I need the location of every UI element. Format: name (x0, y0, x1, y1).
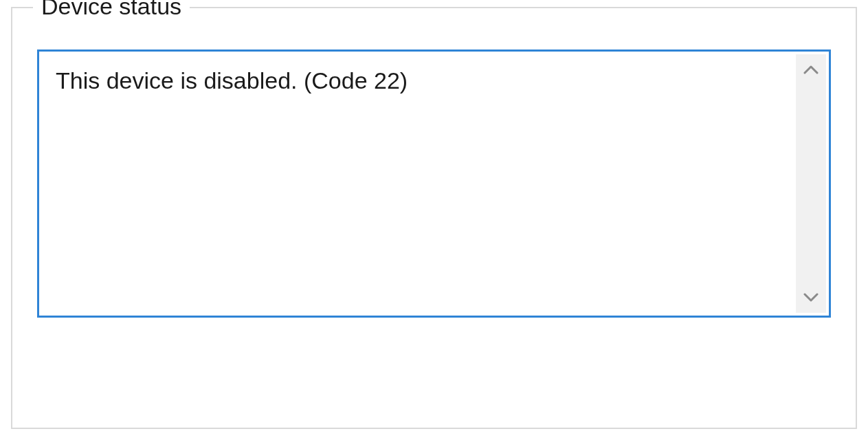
chevron-down-icon (803, 293, 819, 302)
scrollbar[interactable] (796, 54, 826, 313)
scroll-down-button[interactable] (796, 283, 826, 313)
device-status-legend: Device status (33, 0, 190, 20)
device-status-textbox[interactable]: This device is disabled. (Code 22) (37, 50, 831, 318)
device-status-group: Device status This device is disabled. (… (11, 7, 857, 429)
scroll-up-button[interactable] (796, 54, 826, 85)
chevron-up-icon (803, 65, 819, 74)
device-status-message: This device is disabled. (Code 22) (56, 65, 790, 96)
